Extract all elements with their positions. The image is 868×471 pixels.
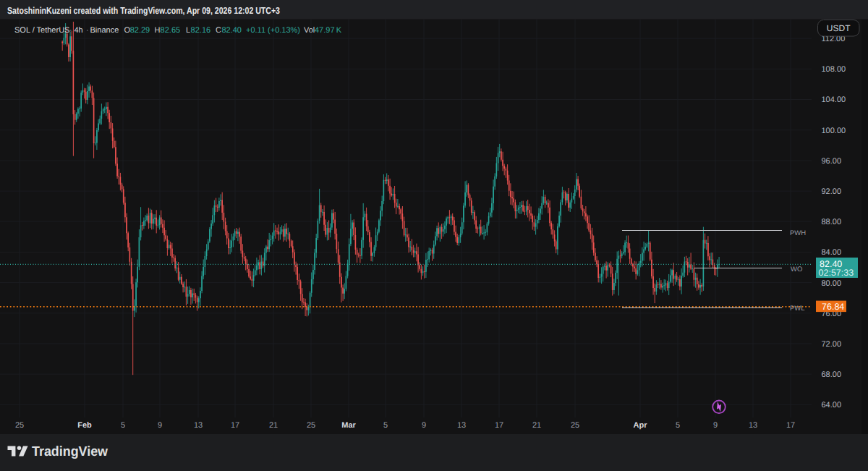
svg-text:Binance: Binance (90, 26, 119, 35)
svg-text:L: L (186, 26, 190, 35)
svg-text:02:57:33: 02:57:33 (819, 268, 854, 278)
svg-text:92.00: 92.00 (822, 187, 842, 196)
svg-text:5: 5 (676, 421, 680, 430)
svg-text:·: · (69, 26, 72, 35)
svg-text:82.65: 82.65 (161, 26, 181, 35)
svg-text:88.00: 88.00 (822, 218, 842, 226)
svg-text:SOL / TetherUS: SOL / TetherUS (14, 26, 69, 35)
svg-text:Feb: Feb (77, 421, 92, 430)
svg-text:100.00: 100.00 (822, 127, 846, 135)
svg-text:13: 13 (457, 421, 466, 430)
svg-text:5: 5 (121, 421, 125, 430)
svg-text:13: 13 (194, 421, 203, 430)
svg-text:H: H (155, 26, 161, 35)
svg-text:PWL: PWL (790, 305, 805, 313)
svg-text:WO: WO (791, 266, 802, 273)
svg-text:76.84: 76.84 (822, 302, 844, 312)
svg-text:25: 25 (15, 421, 24, 430)
svg-text:PWH: PWH (790, 229, 806, 237)
svg-text:80.00: 80.00 (822, 279, 842, 288)
svg-text:82.16: 82.16 (191, 26, 211, 35)
svg-text:+0.11 (+0.13%): +0.11 (+0.13%) (246, 26, 300, 35)
svg-text:64.00: 64.00 (822, 401, 842, 410)
svg-text:4h: 4h (75, 26, 83, 35)
svg-text:Vol: Vol (304, 26, 315, 35)
svg-text:25: 25 (307, 421, 315, 430)
svg-text:Apr: Apr (634, 421, 648, 430)
svg-text:9: 9 (158, 421, 162, 430)
svg-text:Mar: Mar (341, 421, 356, 430)
svg-text:17: 17 (786, 421, 795, 430)
svg-text:9: 9 (422, 421, 426, 430)
svg-text:25: 25 (571, 421, 579, 430)
svg-text:SatoshininKuzeni created with: SatoshininKuzeni created with TradingVie… (7, 5, 280, 16)
svg-text:21: 21 (532, 421, 541, 430)
svg-text:17: 17 (495, 421, 503, 430)
svg-text:68.00: 68.00 (822, 370, 842, 379)
svg-text:104.00: 104.00 (822, 96, 846, 104)
svg-text:USDT: USDT (827, 23, 851, 33)
svg-text:47.97 K: 47.97 K (315, 26, 342, 35)
svg-text:96.00: 96.00 (822, 157, 842, 166)
svg-text:17: 17 (231, 421, 239, 430)
svg-text:82.29: 82.29 (130, 26, 150, 35)
svg-text:·: · (86, 26, 89, 35)
svg-text:84.00: 84.00 (822, 248, 842, 257)
svg-text:21: 21 (269, 421, 278, 430)
svg-text:TradingView: TradingView (32, 444, 108, 459)
svg-text:108.00: 108.00 (822, 65, 846, 74)
svg-text:C: C (216, 26, 221, 35)
svg-text:9: 9 (713, 421, 718, 430)
svg-text:82.40: 82.40 (221, 26, 242, 35)
svg-text:13: 13 (749, 421, 757, 430)
svg-text:5: 5 (383, 421, 388, 430)
svg-text:72.00: 72.00 (822, 340, 842, 349)
